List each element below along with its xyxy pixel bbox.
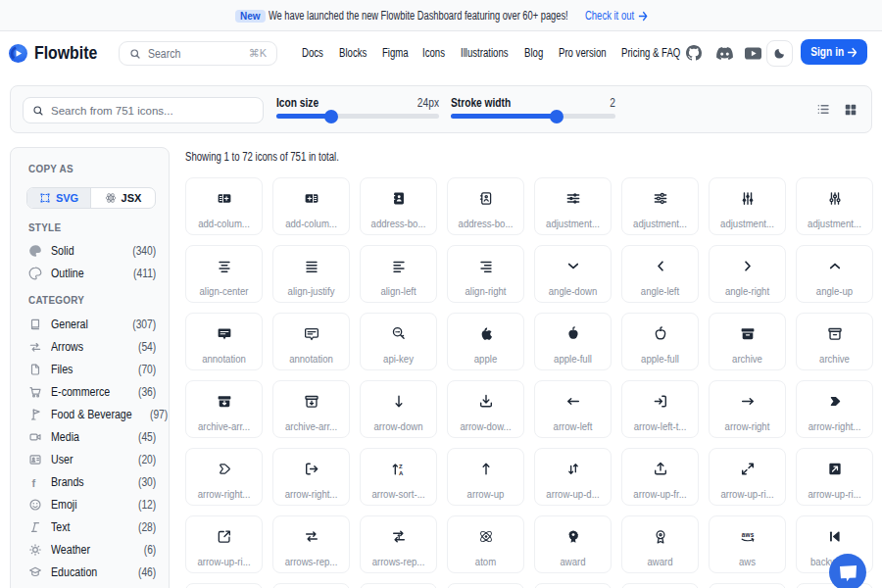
- svg-text:f: f: [32, 477, 36, 489]
- svg-text:aws: aws: [741, 531, 754, 538]
- svg-text:Z: Z: [399, 464, 403, 469]
- svg-text:A: A: [399, 470, 404, 476]
